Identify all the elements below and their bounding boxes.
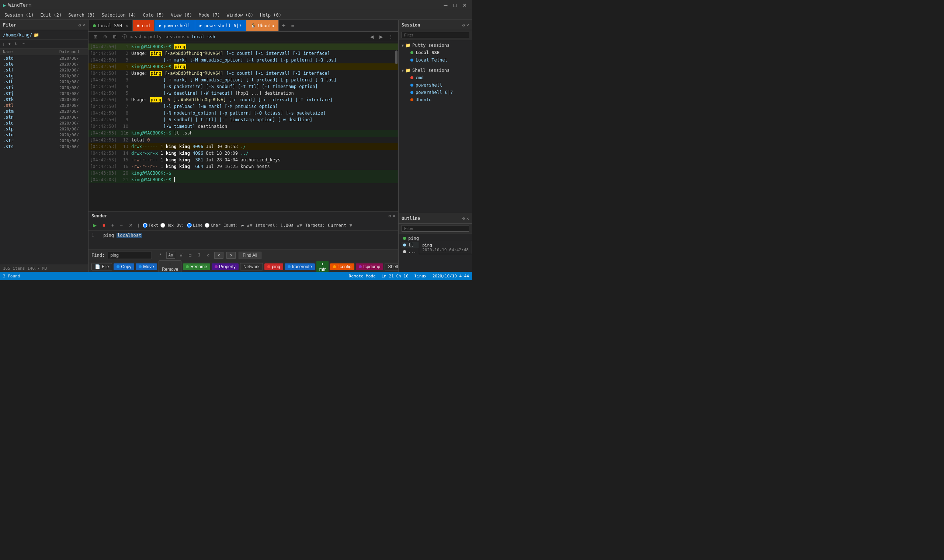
session-item-cmd[interactable]: cmd	[401, 74, 469, 82]
session-close-icon[interactable]: ✕	[466, 23, 469, 28]
bc-nav-next[interactable]: ▶	[377, 34, 385, 40]
find-option-regex[interactable]: .*	[155, 252, 164, 258]
bc-item-putty[interactable]: putty sessions	[148, 34, 185, 39]
session-settings-icon[interactable]: ⚙	[463, 23, 465, 28]
find-prev-btn[interactable]: <	[214, 252, 224, 258]
toolbar-rename-btn[interactable]: Rename	[183, 263, 210, 270]
session-item-powershell67[interactable]: powershell 6|7	[401, 89, 469, 96]
radio-line[interactable]: Line	[187, 223, 203, 228]
filer-item[interactable]: .stn2020/06/	[0, 114, 88, 120]
find-all-btn[interactable]: Find All	[239, 252, 261, 259]
menu-goto[interactable]: Goto (5)	[140, 12, 167, 18]
radio-char-input[interactable]	[205, 223, 210, 228]
bc-more-btn[interactable]: ⋮	[386, 34, 395, 40]
toolbar-property-btn[interactable]: Property	[212, 263, 239, 270]
toolbar-tcpdump-btn[interactable]: tcpdump	[356, 263, 383, 270]
filer-item[interactable]: .stq2020/06/	[0, 132, 88, 138]
filer-down-btn[interactable]: ▾	[8, 41, 12, 47]
radio-text-input[interactable]	[143, 223, 148, 228]
sender-play-btn[interactable]: ▶	[91, 222, 98, 228]
filer-item[interactable]: .stg2020/08/	[0, 73, 88, 79]
filer-up-btn[interactable]: ↑	[2, 42, 6, 47]
toolbar-traceroute-btn[interactable]: traceroute	[285, 263, 315, 270]
session-item-local-ssh[interactable]: Local SSH	[401, 49, 469, 56]
toolbar-remove-btn[interactable]: + Remove	[159, 260, 182, 272]
sender-add-btn[interactable]: +	[110, 222, 116, 228]
maximize-button[interactable]: □	[451, 2, 459, 9]
radio-line-input[interactable]	[187, 223, 192, 228]
outline-filter-input[interactable]	[401, 225, 469, 232]
sender-settings-icon[interactable]: ⚙	[389, 213, 391, 218]
filer-item[interactable]: .sto2020/06/	[0, 120, 88, 126]
filer-item[interactable]: .str2020/06/	[0, 138, 88, 144]
find-option-word[interactable]: W	[178, 252, 184, 258]
tab-powershell[interactable]: ▶ powershell	[154, 20, 195, 32]
sender-clear-btn[interactable]: ✕	[127, 222, 134, 228]
outline-item-ll[interactable]: ll ping 2020-10-19 04:42:48	[401, 242, 469, 248]
close-button[interactable]: ✕	[460, 2, 469, 9]
toolbar-ping-btn[interactable]: ping	[264, 263, 283, 270]
filer-item[interactable]: .stf2020/08/	[0, 67, 88, 73]
session-group-shell-header[interactable]: ▼ 📁 Shell sessions	[401, 67, 469, 74]
filer-refresh-btn[interactable]: ↻	[13, 41, 19, 47]
filer-item[interactable]: .sti2020/08/	[0, 85, 88, 91]
dup-tab-btn[interactable]: ⊞	[111, 34, 119, 40]
toolbar-copy-btn[interactable]: Copy	[114, 263, 134, 270]
menu-selection[interactable]: Selection (4)	[99, 12, 139, 18]
tab-cmd[interactable]: ⊞ cmd	[133, 20, 154, 32]
find-option-case[interactable]: Aa	[166, 252, 175, 258]
find-option-wrap[interactable]: ↺	[205, 252, 212, 258]
filer-item[interactable]: .sts2020/06/	[0, 144, 88, 149]
filer-close-icon[interactable]: ✕	[83, 23, 85, 28]
info-btn[interactable]: ⓘ	[120, 33, 129, 40]
filer-item[interactable]: .stj2020/08/	[0, 91, 88, 97]
menu-view[interactable]: View (6)	[168, 12, 195, 18]
targets-value[interactable]: Current	[328, 223, 347, 228]
outline-settings-icon[interactable]: ⚙	[463, 216, 465, 221]
terminal-content[interactable]: [04:42:50]1king@MACBOOK:~$ ping[04:42:50…	[88, 42, 398, 211]
filer-item[interactable]: .std2020/08/	[0, 55, 88, 61]
session-item-ubuntu[interactable]: Ubuntu	[401, 96, 469, 103]
filer-more-btn[interactable]: ⋯	[20, 41, 26, 47]
tab-close-ssh[interactable]: ✕	[126, 23, 128, 28]
session-filter-input[interactable]	[401, 32, 469, 38]
radio-hex-input[interactable]	[160, 223, 165, 228]
menu-mode[interactable]: Mode (7)	[196, 12, 223, 18]
filer-item[interactable]: .ste2020/08/	[0, 61, 88, 67]
radio-hex[interactable]: Hex	[160, 223, 174, 228]
radio-char[interactable]: Char	[205, 223, 221, 228]
tab-powershell67[interactable]: ▶ powershell 6|7	[195, 20, 246, 32]
toolbar-move-btn[interactable]: Move	[136, 263, 157, 270]
toolbar-shell-btn[interactable]: Shell	[385, 263, 398, 271]
bc-nav-prev[interactable]: ◀	[368, 34, 376, 40]
tab-local-ssh[interactable]: Local SSH ✕	[88, 20, 133, 32]
outline-close-icon[interactable]: ✕	[466, 216, 469, 221]
tab-more-button[interactable]: ≡	[288, 22, 297, 30]
minimize-button[interactable]: ─	[442, 2, 450, 9]
filer-item[interactable]: .stl2020/08/	[0, 102, 88, 108]
find-option-block[interactable]: □	[187, 252, 193, 258]
session-item-powershell[interactable]: powershell	[401, 82, 469, 89]
filer-item[interactable]: .stp2020/06/	[0, 126, 88, 132]
new-tab-btn[interactable]: ⊕	[101, 34, 109, 40]
find-next-btn[interactable]: >	[227, 252, 236, 258]
sender-minus-btn[interactable]: −	[118, 222, 124, 228]
bc-item-ssh[interactable]: ssh	[134, 34, 143, 39]
menu-edit[interactable]: Edit (2)	[37, 12, 65, 18]
toolbar-file-btn[interactable]: 📄 File	[91, 263, 112, 271]
filer-item[interactable]: .sth2020/08/	[0, 79, 88, 85]
toolbar-mtr-btn[interactable]: + mtr	[316, 261, 329, 272]
filer-settings-icon[interactable]: ⚙	[79, 23, 81, 28]
new-session-btn[interactable]: ⊞	[91, 34, 100, 40]
session-group-putty-header[interactable]: ▼ 📁 Putty sessions	[401, 42, 469, 49]
session-item-local-telnet[interactable]: Local Telnet	[401, 56, 469, 64]
tab-add-button[interactable]: +	[279, 21, 288, 31]
tab-ubuntu[interactable]: 🐧 Ubuntu	[246, 20, 279, 32]
bc-item-local-ssh[interactable]: local ssh	[191, 34, 215, 39]
terminal-scrollbar[interactable]	[395, 51, 398, 64]
filer-item[interactable]: .stm2020/08/	[0, 108, 88, 114]
sender-stop-btn[interactable]: ■	[101, 222, 107, 228]
toolbar-ifconfig-btn[interactable]: ifconfig	[330, 263, 354, 270]
toolbar-network-btn[interactable]: Network	[240, 263, 263, 271]
menu-search[interactable]: Search (3)	[65, 12, 98, 18]
